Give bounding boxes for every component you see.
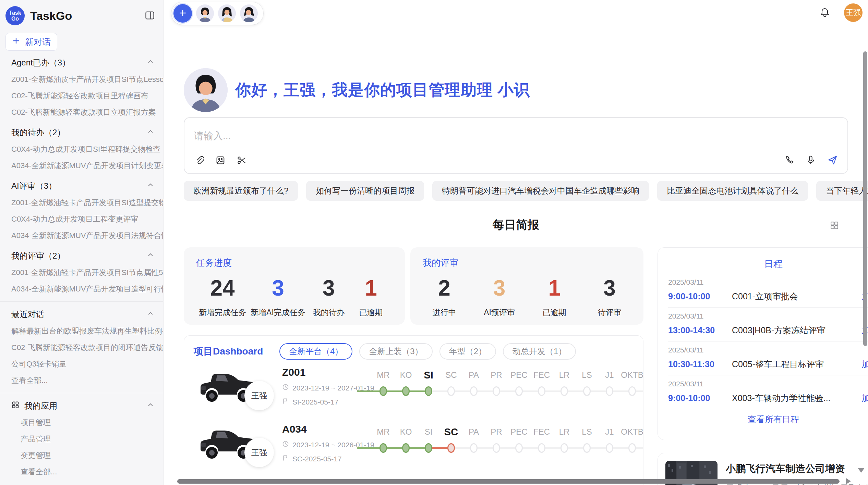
stat-in-progress: 2 进行中 — [425, 276, 463, 318]
voice-call-button[interactable] — [784, 154, 795, 167]
app-item-product-mgmt[interactable]: 产品管理 — [0, 431, 163, 447]
vertical-scrollbar[interactable] — [863, 51, 867, 346]
tab-new-body[interactable]: 全新上装（3） — [359, 343, 432, 360]
suggestion-chip[interactable]: 当下年轻人对汽车外观有怎样的喜好趋势 — [816, 181, 868, 201]
mic-icon — [806, 155, 816, 166]
attach-file-button[interactable] — [193, 154, 205, 167]
milestone-track: MRKO SI SC PAPR PECFEC LRLS J1OKTB — [367, 422, 643, 458]
taskgo-logo: Task Go — [5, 6, 25, 25]
sidebar-task-item[interactable]: C02-飞腾新能源轻客改款项目里程碑画布 — [0, 88, 163, 104]
sidebar-section-my-todo[interactable]: 我的待办（2） — [0, 124, 163, 141]
new-session-button[interactable] — [173, 4, 192, 23]
chat-input-box[interactable]: 请输入... — [184, 117, 848, 174]
join-meeting-button[interactable]: 加入 — [861, 359, 868, 370]
my-review-card: 我的评审 2 进行中 3 AI预评审 — [410, 247, 643, 325]
schedule-item: 2025/03/11 9:00-10:00 C001-立项审批会 加入 — [668, 274, 868, 308]
section-label: 我的应用 — [24, 400, 57, 411]
milestone-line-done — [357, 390, 429, 392]
screenshot-button[interactable] — [236, 154, 248, 167]
sidebar-section-recent-chats[interactable]: 最近对话 — [0, 306, 163, 323]
sidebar-task-item[interactable]: A034-全新新能源MUV产品开发项目造型可行性评审 — [0, 281, 163, 297]
briefing-layout-button[interactable] — [828, 219, 841, 233]
stat-review-overdue: 1 已逾期 — [535, 276, 573, 318]
flag-icon — [282, 398, 289, 406]
divider — [0, 393, 163, 393]
session-switcher — [171, 2, 263, 25]
project-row-a034[interactable]: 王强 A034 2023-12-19 ~ 2026-01-19 — [194, 422, 634, 473]
tab-model-year[interactable]: 年型（2） — [439, 343, 496, 360]
milestone-dot — [560, 386, 568, 396]
view-all-schedule-link[interactable]: 查看所有日程 — [668, 414, 868, 425]
tab-powertrain[interactable]: 动总开发（1） — [503, 343, 576, 360]
sidebar-item-cloud-space[interactable]: 我的云空间 — [0, 480, 163, 485]
sidebar-task-item[interactable]: A034-全新新能源MUV产品开发项目法规符合性评审 — [0, 227, 163, 244]
tab-new-platform[interactable]: 全新平台（4） — [279, 343, 352, 360]
owner-badge: 王强 — [244, 381, 274, 410]
image-icon — [215, 155, 226, 166]
sidebar-section-my-review[interactable]: 我的评审（2） — [0, 247, 163, 264]
sidebar-task-item[interactable]: C02-飞腾新能源轻客改款项目立项汇报方案 — [0, 104, 163, 121]
app-item-change-mgmt[interactable]: 变更管理 — [0, 447, 163, 464]
recent-chat-item[interactable]: 公司Q3轻卡销量 — [0, 356, 163, 372]
project-dates: 2023-12-19 ~ 2026-01-19 — [282, 440, 367, 449]
milestone-dot — [470, 386, 478, 396]
plus-icon — [178, 9, 187, 18]
notifications-button[interactable] — [818, 5, 832, 20]
sidebar-header: Task Go TaskGo — [0, 4, 163, 27]
flag-icon — [282, 455, 289, 463]
chevron-up-icon — [147, 310, 154, 319]
clock-icon — [282, 384, 289, 392]
cloud-space-label: 我的云空间 — [26, 484, 67, 485]
scroll-down-arrow[interactable] — [858, 468, 865, 473]
card-title: 我的评审 — [423, 257, 631, 269]
milestone-dot — [493, 386, 500, 396]
milestone-dot-done — [425, 443, 432, 453]
app-item-project-mgmt[interactable]: 项目管理 — [0, 414, 163, 431]
send-button[interactable] — [826, 154, 839, 167]
recent-chats-view-all[interactable]: 查看全部... — [0, 372, 163, 389]
suggestion-chip[interactable]: 比亚迪全固态电池计划具体说了什么 — [657, 181, 808, 201]
milestone-dot — [606, 386, 613, 396]
schedule-date: 2025/03/11 — [668, 312, 868, 320]
schedule-title: 日程 — [668, 258, 868, 270]
milestone-labels: MRKO SI SCPA PRPEC FECLR LSJ1 OKTB — [372, 368, 643, 382]
current-milestone-label: SI — [417, 368, 440, 382]
sidebar-task-item[interactable]: C0X4-动力总成开发项目工程变更评审 — [0, 211, 163, 227]
sidebar-task-item[interactable]: Z001-全新燃油皮卡产品开发项目SI节点Lesson Learn报告 — [0, 71, 163, 88]
user-avatar[interactable]: 王强 — [844, 3, 863, 22]
sidebar-section-my-apps[interactable]: 我的应用 — [0, 397, 163, 414]
sidebar-task-item[interactable]: Z001-全新燃油轻卡产品开发项目SI造型提交物评审 — [0, 195, 163, 211]
sidebar: Task Go TaskGo 新对话 Agent已办（3） — [0, 0, 164, 485]
milestone-dot — [583, 386, 591, 396]
horizontal-scrollbar[interactable] — [177, 479, 840, 484]
main-area: 王强 你好，王强，我是你的项目管理助理 小识 请输入... — [164, 0, 868, 485]
avatar[interactable] — [240, 4, 258, 22]
scroll-right-arrow[interactable] — [846, 478, 851, 484]
recent-chat-item[interactable]: C02-飞腾新能源轻客改款项目的闭环通告反馈情况 — [0, 339, 163, 356]
milestone-dot-done — [379, 443, 387, 453]
project-row-z001[interactable]: 王强 Z001 2023-12-19 ~ 2027-01-19 — [194, 365, 634, 416]
send-paper-plane-icon — [827, 154, 838, 166]
bell-icon — [819, 7, 830, 19]
collapse-sidebar-button[interactable] — [143, 9, 156, 23]
sidebar-section-agent-done[interactable]: Agent已办（3） — [0, 54, 163, 71]
new-chat-button[interactable]: 新对话 — [5, 33, 57, 51]
insert-image-button[interactable] — [215, 154, 226, 167]
suggestion-chip[interactable]: 欧洲新规最近颁布了什么? — [184, 181, 298, 201]
apps-view-all[interactable]: 查看全部... — [0, 464, 163, 480]
recent-chat-item[interactable]: 解释最新出台的欧盟报废车法规再生塑料比例被调至15%... — [0, 323, 163, 339]
schedule-item: 2025/03/11 13:00-14:30 C003|H0B-方案冻结评审 加… — [668, 308, 868, 341]
microphone-button[interactable] — [805, 154, 817, 167]
logo-line2: Go — [11, 16, 19, 22]
milestone-labels: MRKO SI SC PAPR PECFEC LRLS J1OKTB — [372, 425, 643, 439]
suggestion-chip[interactable]: 如何写一份清晰的项目周报 — [306, 181, 424, 201]
avatar[interactable] — [196, 4, 214, 22]
sidebar-task-item[interactable]: C0X4-动力总成开发项目SI里程碑提交物检查 — [0, 141, 163, 158]
sidebar-section-ai-review[interactable]: AI评审（3） — [0, 177, 163, 195]
suggestion-chip[interactable]: 特朗普可能对进口汽车增税会对中国车企造成哪些影响 — [432, 181, 649, 201]
sidebar-task-item[interactable]: Z001-全新燃油轻卡产品开发项目SI节点属性5D文件评审 — [0, 264, 163, 281]
sidebar-task-item[interactable]: A034-全新新能源MUV产品开发项目计划变更表编写 — [0, 158, 163, 174]
folder-icon — [11, 484, 20, 485]
avatar[interactable] — [218, 4, 236, 22]
join-meeting-button[interactable]: 加入 — [861, 393, 868, 404]
